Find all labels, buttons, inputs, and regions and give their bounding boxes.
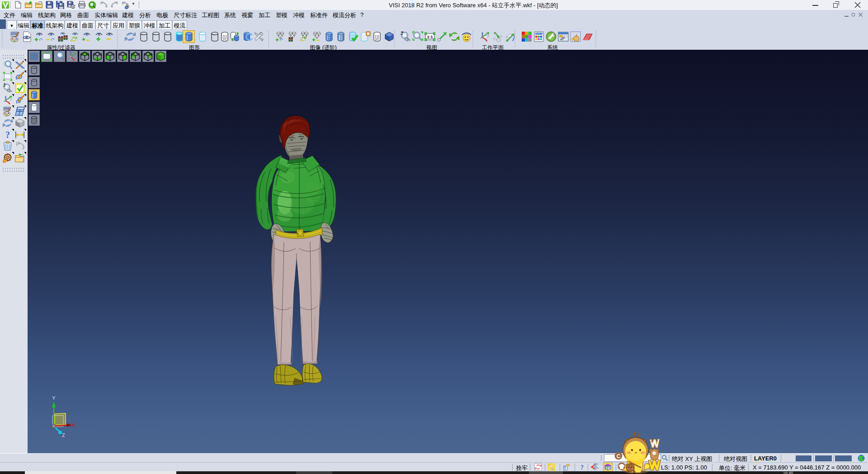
svg-text:Z: Z [62,432,65,438]
svg-text:Y: Y [52,395,56,401]
svg-text:C: C [617,453,621,460]
